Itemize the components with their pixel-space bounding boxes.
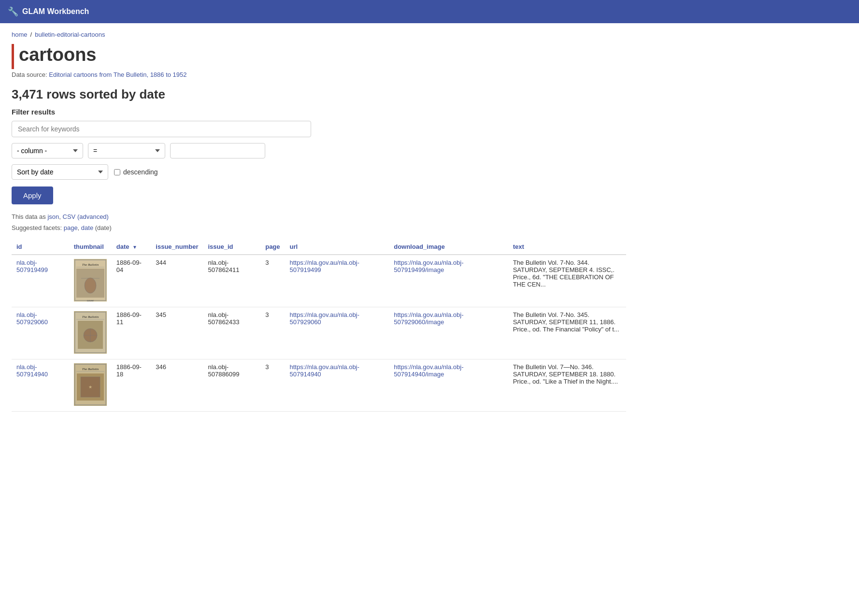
header-row: id thumbnail date ▼ issue_number issue_i…	[12, 239, 626, 255]
app-title: GLAM Workbench	[22, 7, 89, 16]
table-header: id thumbnail date ▼ issue_number issue_i…	[12, 239, 626, 255]
column-select[interactable]: - column - id thumbnail date issue_numbe…	[12, 143, 83, 158]
facets-prefix: Suggested facets:	[12, 224, 64, 231]
cell-text: The Bulletin Vol. 7-No. 344. SATURDAY, S…	[508, 255, 626, 307]
operator-select[interactable]: = contains starts with ends with	[88, 143, 165, 158]
descending-checkbox[interactable]	[114, 169, 120, 175]
data-links-prefix: This data as	[12, 213, 46, 220]
table-body: nla.obj-507919499 The Bulletincover 1886…	[12, 255, 626, 412]
col-header-page[interactable]: page	[260, 239, 285, 255]
url-link[interactable]: https://nla.gov.au/nla.obj-507919499	[290, 259, 359, 273]
col-header-text[interactable]: text	[508, 239, 626, 255]
breadcrumb-separator: /	[30, 31, 32, 38]
cell-issue-id: nla.obj-507862433	[203, 307, 260, 359]
cell-issue-number: 345	[151, 307, 203, 359]
url-link[interactable]: https://nla.gov.au/nla.obj-507929060	[290, 311, 359, 326]
filter-row: - column - id thumbnail date issue_numbe…	[12, 143, 626, 158]
sort-arrow-date: ▼	[132, 244, 137, 250]
cell-date: 1886-09-11	[112, 307, 151, 359]
search-input[interactable]	[12, 121, 311, 137]
json-link[interactable]: json	[47, 213, 59, 220]
cell-issue-id: nla.obj-507862411	[203, 255, 260, 307]
filter-label: Filter results	[12, 108, 626, 116]
col-header-id[interactable]: id	[12, 239, 69, 255]
sort-select[interactable]: Sort by date Sort by id Sort by issue_nu…	[12, 164, 108, 180]
col-header-thumbnail[interactable]: thumbnail	[69, 239, 112, 255]
cell-text: The Bulletin Vol. 7—No. 346. SATURDAY, S…	[508, 359, 626, 412]
cell-text: The Bulletin Vol. 7-No. 345. SATURDAY, S…	[508, 307, 626, 359]
cell-id: nla.obj-507914940	[12, 359, 69, 412]
url-link[interactable]: https://nla.gov.au/nla.obj-507914940	[290, 363, 359, 378]
col-header-issue-number[interactable]: issue_number	[151, 239, 203, 255]
facets: Suggested facets: page, date (date)	[12, 224, 626, 231]
data-source-label: Data source:	[12, 71, 47, 78]
data-source-link[interactable]: Editorial cartoons from The Bulletin, 18…	[49, 71, 186, 78]
id-link[interactable]: nla.obj-507914940	[16, 363, 48, 378]
col-header-download-image[interactable]: download_image	[389, 239, 508, 255]
cell-id: nla.obj-507919499	[12, 255, 69, 307]
cell-thumbnail: The Bulletincover	[69, 255, 112, 307]
csv-link[interactable]: CSV (advanced)	[63, 213, 109, 220]
cell-issue-number: 344	[151, 255, 203, 307]
svg-text:The Bulletin: The Bulletin	[82, 263, 99, 267]
cell-issue-id: nla.obj-507886099	[203, 359, 260, 412]
facet-date-type: (date)	[95, 224, 112, 231]
cell-page: 3	[260, 307, 285, 359]
filter-value-input[interactable]	[170, 143, 265, 158]
data-table: id thumbnail date ▼ issue_number issue_i…	[12, 239, 626, 412]
breadcrumb: home / bulletin-editorial-cartoons	[12, 31, 626, 38]
facet-date[interactable]: date	[81, 224, 93, 231]
apply-button[interactable]: Apply	[12, 186, 53, 204]
page-title-wrapper: cartoons	[12, 44, 626, 69]
download-image-link[interactable]: https://nla.gov.au/nla.obj-507914940/ima…	[394, 363, 463, 378]
data-links: This data as json, CSV (advanced)	[12, 213, 626, 220]
cell-date: 1886-09-04	[112, 255, 151, 307]
cell-url: https://nla.gov.au/nla.obj-507914940	[285, 359, 389, 412]
main-content: home / bulletin-editorial-cartoons carto…	[0, 23, 638, 419]
cell-url: https://nla.gov.au/nla.obj-507929060	[285, 307, 389, 359]
cell-date: 1886-09-18	[112, 359, 151, 412]
cell-page: 3	[260, 255, 285, 307]
cell-download-image: https://nla.gov.au/nla.obj-507929060/ima…	[389, 307, 508, 359]
header: 🔧 GLAM Workbench	[0, 0, 859, 23]
cell-thumbnail: The Bulletin	[69, 307, 112, 359]
title-accent-bar	[12, 44, 14, 69]
sort-row: Sort by date Sort by id Sort by issue_nu…	[12, 164, 626, 180]
svg-text:The Bulletin: The Bulletin	[82, 315, 99, 319]
cell-download-image: https://nla.gov.au/nla.obj-507914940/ima…	[389, 359, 508, 412]
cell-issue-number: 346	[151, 359, 203, 412]
cell-id: nla.obj-507929060	[12, 307, 69, 359]
row-count: 3,471 rows sorted by date	[12, 87, 626, 102]
page-title: cartoons	[19, 44, 96, 66]
svg-point-6	[85, 278, 96, 293]
cell-url: https://nla.gov.au/nla.obj-507919499	[285, 255, 389, 307]
svg-text:★: ★	[88, 385, 92, 389]
col-header-url[interactable]: url	[285, 239, 389, 255]
cell-page: 3	[260, 359, 285, 412]
cell-download-image: https://nla.gov.au/nla.obj-507919499/ima…	[389, 255, 508, 307]
svg-text:cover: cover	[86, 299, 94, 301]
breadcrumb-current[interactable]: bulletin-editorial-cartoons	[35, 31, 105, 38]
facet-page[interactable]: page	[64, 224, 78, 231]
table-row: nla.obj-507929060 The Bulletin 1886-09-1…	[12, 307, 626, 359]
table-row: nla.obj-507914940 The Bulletin★ 1886-09-…	[12, 359, 626, 412]
breadcrumb-home[interactable]: home	[12, 31, 28, 38]
col-header-date[interactable]: date ▼	[112, 239, 151, 255]
svg-text:The Bulletin: The Bulletin	[82, 367, 99, 371]
table-row: nla.obj-507919499 The Bulletincover 1886…	[12, 255, 626, 307]
glam-icon: 🔧	[8, 6, 18, 17]
download-image-link[interactable]: https://nla.gov.au/nla.obj-507929060/ima…	[394, 311, 463, 326]
data-source: Data source: Editorial cartoons from The…	[12, 71, 626, 78]
id-link[interactable]: nla.obj-507919499	[16, 259, 48, 273]
descending-label[interactable]: descending	[114, 168, 158, 176]
cell-thumbnail: The Bulletin★	[69, 359, 112, 412]
col-header-issue-id[interactable]: issue_id	[203, 239, 260, 255]
descending-text: descending	[123, 168, 158, 176]
id-link[interactable]: nla.obj-507929060	[16, 311, 48, 326]
download-image-link[interactable]: https://nla.gov.au/nla.obj-507919499/ima…	[394, 259, 463, 273]
